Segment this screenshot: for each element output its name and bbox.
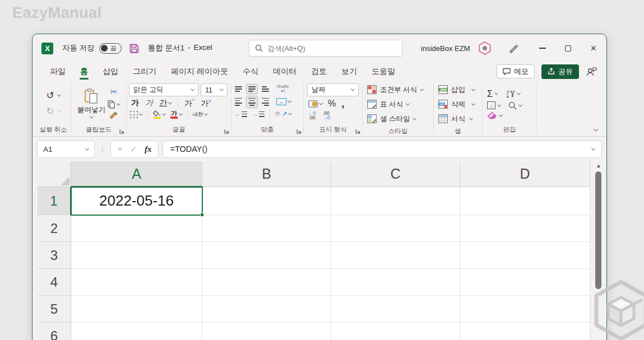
cell-a5[interactable] (71, 296, 202, 323)
row-header-6[interactable]: 6 (38, 323, 71, 340)
sort-filter-button[interactable] (506, 90, 520, 98)
save-icon[interactable] (129, 44, 139, 53)
minimize-button[interactable] (539, 48, 546, 49)
enter-button[interactable]: ✓ (130, 145, 137, 153)
comments-button[interactable]: 메모 (497, 64, 535, 78)
tab-file[interactable]: 파일 (43, 62, 73, 81)
cell-a3[interactable] (71, 242, 202, 269)
cell-styles-button[interactable]: 셀 스타일 (367, 111, 433, 126)
insert-cells-button[interactable]: 삽입 (438, 82, 482, 97)
row-header-1[interactable]: 1 (38, 187, 71, 215)
cell-c5[interactable] (331, 296, 460, 323)
scrollbar-thumb[interactable] (595, 171, 601, 289)
copy-button[interactable] (108, 100, 120, 109)
scroll-up-arrow-icon[interactable]: ▲ (594, 162, 603, 169)
row-header-2[interactable]: 2 (38, 215, 71, 242)
share-button[interactable]: 공유 (541, 64, 579, 79)
center-align-button[interactable] (246, 96, 258, 108)
tab-draw[interactable]: 그리기 (126, 62, 164, 81)
insert-function-button[interactable]: fx (145, 145, 152, 154)
cell-b3[interactable] (202, 242, 331, 269)
wrap-text-button[interactable]: 가나다 ↵ (276, 85, 290, 94)
cell-b6[interactable] (202, 323, 331, 340)
top-align-button[interactable] (235, 86, 242, 92)
cell-c2[interactable] (331, 215, 460, 242)
cancel-button[interactable]: × (118, 145, 122, 153)
cell-c4[interactable] (331, 269, 460, 296)
cell-d2[interactable] (460, 215, 590, 242)
left-align-button[interactable] (235, 98, 242, 106)
column-header-c[interactable]: C (331, 161, 460, 187)
increase-decimal-button[interactable]: ←0 .00 (308, 111, 316, 120)
cell-d1[interactable] (460, 187, 590, 215)
underline-button[interactable]: 간 (159, 98, 172, 108)
autosum-button[interactable]: Σ (487, 89, 498, 99)
excel-app-icon[interactable]: X (41, 43, 53, 54)
cell-d4[interactable] (460, 269, 590, 296)
paste-dropdown-icon[interactable] (89, 114, 93, 118)
borders-button[interactable] (130, 111, 142, 118)
number-format-select[interactable]: 날짜 (307, 83, 359, 96)
clipboard-dialog-launcher-icon[interactable] (119, 129, 124, 134)
italic-button[interactable]: 가 (145, 98, 153, 108)
undo-button[interactable]: ↺ (46, 90, 60, 101)
undo-dropdown-icon[interactable] (57, 93, 61, 97)
accounting-format-button[interactable] (308, 100, 322, 108)
formula-bar-grip-icon[interactable]: ⋮ (99, 145, 106, 153)
tab-home[interactable]: 홈 (73, 62, 95, 81)
grow-font-button[interactable]: 가^ (184, 98, 194, 109)
cell-b1[interactable] (202, 187, 331, 215)
bottom-align-button[interactable] (262, 86, 269, 92)
cell-b5[interactable] (202, 296, 331, 323)
paste-button[interactable]: 붙여넣기 (77, 82, 105, 124)
cell-b4[interactable] (202, 269, 331, 296)
redo-button[interactable]: ↻ (46, 105, 60, 117)
font-name-select[interactable]: 맑은 고딕 (129, 83, 198, 96)
close-button[interactable]: × (590, 43, 596, 53)
name-box[interactable]: A1 (37, 141, 95, 158)
comma-style-button[interactable]: , (341, 101, 344, 106)
account-name[interactable]: insideBox EZM (421, 44, 470, 53)
row-header-3[interactable]: 3 (38, 242, 71, 269)
collapse-ribbon-icon[interactable] (594, 127, 598, 131)
fill-color-button[interactable] (153, 110, 165, 119)
pen-sparkle-icon[interactable] (508, 43, 519, 54)
row-header-5[interactable]: 5 (38, 296, 71, 323)
search-input[interactable] (267, 44, 379, 53)
tab-help[interactable]: 도움말 (364, 62, 402, 81)
cell-a6[interactable] (71, 323, 202, 340)
column-header-a[interactable]: A (71, 161, 202, 187)
right-align-button[interactable] (262, 98, 269, 106)
cell-b2[interactable] (202, 215, 331, 242)
phonetic-button[interactable]: 내천 (193, 112, 207, 117)
fill-button[interactable]: ↓ (487, 101, 501, 109)
tab-data[interactable]: 데이터 (266, 62, 304, 81)
font-dialog-launcher-icon[interactable] (224, 129, 229, 134)
bold-button[interactable]: 가 (131, 98, 139, 108)
decrease-indent-button[interactable]: ← (235, 111, 247, 117)
autosave-control[interactable]: 자동 저장 끔 (62, 43, 122, 54)
maximize-button[interactable] (565, 45, 571, 52)
cell-d6[interactable] (460, 323, 590, 340)
merge-center-button[interactable]: ↔ (276, 98, 291, 105)
decrease-decimal-button[interactable]: .00 →0 (322, 111, 330, 120)
cell-d3[interactable] (460, 242, 590, 269)
column-header-b[interactable]: B (202, 161, 331, 187)
format-as-table-button[interactable]: 표 서식 (367, 97, 433, 111)
increase-indent-button[interactable]: → (252, 111, 265, 117)
format-painter-button[interactable] (109, 112, 118, 120)
number-dialog-launcher-icon[interactable] (355, 129, 360, 134)
alignment-dialog-launcher-icon[interactable] (296, 129, 302, 134)
cell-a2[interactable] (71, 215, 202, 242)
middle-align-button[interactable] (246, 84, 258, 94)
tab-formulas[interactable]: 수식 (235, 62, 266, 81)
tab-page-layout[interactable]: 페이지 레이아웃 (164, 62, 235, 81)
tab-view[interactable]: 보기 (334, 62, 364, 81)
tab-insert[interactable]: 삽입 (95, 62, 126, 81)
search-box[interactable] (249, 40, 402, 57)
cell-d5[interactable] (460, 296, 590, 323)
shrink-font-button[interactable]: 가v (201, 98, 211, 109)
font-color-button[interactable]: 가 (170, 110, 182, 119)
tab-review[interactable]: 검토 (304, 62, 334, 81)
orientation-button[interactable]: 가 ↗ (275, 110, 291, 118)
